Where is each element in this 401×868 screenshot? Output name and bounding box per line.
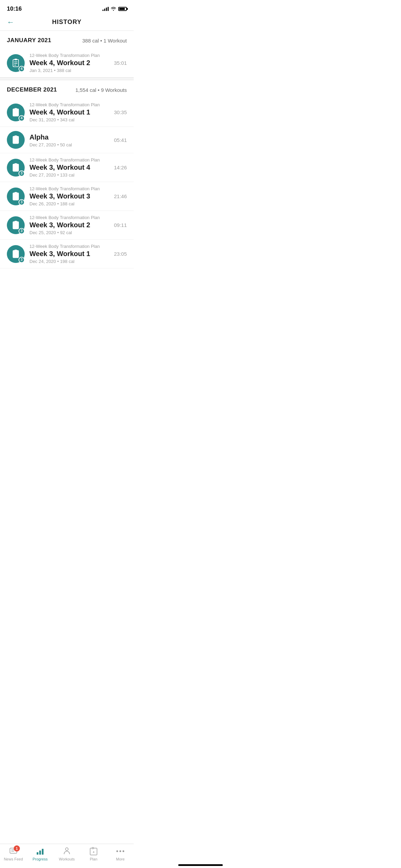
week-badge: 4 [19,66,25,72]
clipboard-icon [11,220,21,230]
workout-duration: 30:35 [114,109,127,115]
workout-item-dec-w3-w3[interactable]: 3 12-Week Body Transformation Plan Week … [0,182,134,211]
workout-meta: Dec 31, 2020 • 343 cal [29,117,110,122]
svg-rect-31 [13,250,19,257]
status-time: 10:16 [7,5,22,12]
clipboard-icon [11,58,21,68]
workout-date: Dec 26, 2020 [29,201,56,206]
workout-plan: 12-Week Body Transformation Plan [29,215,110,220]
workout-icon-dec-w3-w4: 3 [7,159,25,177]
svg-rect-22 [15,192,17,194]
workout-item-jan-w4-w2[interactable]: 4 12-Week Body Transformation Plan Week … [0,49,134,77]
svg-rect-6 [15,108,17,110]
month-header-december: DECEMBER 2021 1,554 cal • 9 Workouts [0,80,134,98]
workout-calories: 188 cal [60,201,74,206]
svg-rect-26 [13,221,19,229]
workout-meta: Dec 26, 2020 • 188 cal [29,201,110,206]
section-divider [0,77,134,80]
workout-meta: Dec 27, 2020 • 50 cal [29,142,110,147]
svg-rect-21 [13,193,19,200]
week-badge: 3 [19,199,25,205]
workout-duration: 35:01 [114,60,127,66]
svg-rect-0 [13,59,19,67]
workout-item-dec-w3-w4[interactable]: 3 12-Week Body Transformation Plan Week … [0,153,134,182]
workout-name: Week 3, Workout 1 [29,250,110,258]
workout-details-dec-w3-w3: 12-Week Body Transformation Plan Week 3,… [29,186,110,206]
svg-rect-17 [15,163,17,165]
wifi-icon [111,7,116,11]
battery-icon [118,7,127,11]
workout-duration: 05:41 [114,137,127,143]
month-title-december: DECEMBER 2021 [7,86,57,93]
workout-details-dec-w4-w1: 12-Week Body Transformation Plan Week 4,… [29,102,110,122]
workout-name: Week 4, Workout 1 [29,108,110,116]
workout-icon-alpha [7,131,25,149]
svg-rect-32 [15,250,17,251]
status-bar: 10:16 [0,0,134,15]
section-december-2020: DECEMBER 2021 1,554 cal • 9 Workouts 4 1… [0,80,134,268]
workout-date: Dec 31, 2020 [29,117,56,122]
workout-meta: Dec 27, 2020 • 133 cal [29,172,110,178]
week-badge: 4 [19,115,25,121]
workout-details: 12-Week Body Transformation Plan Week 4,… [29,53,110,73]
workout-meta: Jan 3, 2021 • 388 cal [29,68,110,73]
clipboard-icon [11,163,21,172]
workout-date: Dec 24, 2020 [29,259,56,264]
workout-name: Week 3, Workout 3 [29,192,110,200]
workout-icon-dec-w3-w2: 3 [7,216,25,234]
svg-rect-1 [15,59,17,60]
workout-calories: 92 cal [60,230,72,235]
workout-calories: 198 cal [60,259,74,264]
week-badge: 3 [19,228,25,234]
workout-name: Alpha [29,133,110,141]
workout-plan: 12-Week Body Transformation Plan [29,53,110,58]
workout-icon: 4 [7,54,25,72]
workout-name: Week 4, Workout 2 [29,59,110,67]
workout-item-dec-w3-w2[interactable]: 3 12-Week Body Transformation Plan Week … [0,211,134,240]
clipboard-icon [11,108,21,117]
workout-item-dec-w4-w1[interactable]: 4 12-Week Body Transformation Plan Week … [0,98,134,127]
workout-plan: 12-Week Body Transformation Plan [29,244,110,249]
week-badge: 3 [19,257,25,263]
workout-icon-dec-w3-w3: 3 [7,188,25,205]
workout-date: Jan 3, 2021 [29,68,53,73]
svg-rect-16 [13,164,19,171]
workout-item-dec-w3-w1[interactable]: 3 12-Week Body Transformation Plan Week … [0,240,134,268]
workout-duration: 14:26 [114,165,127,170]
month-title-january: JANUARY 2021 [7,37,51,44]
content-scroll: JANUARY 2021 388 cal • 1 Workout 4 12-We… [0,31,134,299]
workout-meta: Dec 25, 2020 • 92 cal [29,230,110,235]
svg-rect-5 [13,109,19,116]
workout-calories: 133 cal [60,172,74,178]
workout-duration: 23:05 [114,251,127,257]
workout-calories: 343 cal [60,117,74,122]
workout-name: Week 3, Workout 4 [29,164,110,171]
svg-rect-27 [15,221,17,222]
signal-icon [102,7,109,11]
workout-plan: 12-Week Body Transformation Plan [29,102,110,107]
clipboard-list-icon [11,135,21,145]
workout-plan: 12-Week Body Transformation Plan [29,186,110,191]
header: ← HISTORY [0,15,134,31]
workout-icon-dec-w3-w1: 3 [7,245,25,263]
workout-duration: 09:11 [114,222,127,228]
workout-icon-dec-w4-w1: 4 [7,104,25,121]
clipboard-icon [11,249,21,259]
clipboard-icon [11,192,21,201]
month-stats-january: 388 cal • 1 Workout [82,38,127,44]
workout-calories: 50 cal [60,142,72,147]
workout-date: Dec 25, 2020 [29,230,56,235]
page-title: HISTORY [52,19,82,26]
workout-meta: Dec 24, 2020 • 198 cal [29,259,110,264]
section-january-2021: JANUARY 2021 388 cal • 1 Workout 4 12-We… [0,31,134,77]
status-icons [102,7,127,11]
svg-rect-11 [15,135,17,137]
back-button[interactable]: ← [7,18,14,27]
workout-item-alpha[interactable]: Alpha Dec 27, 2020 • 50 cal 05:41 [0,127,134,153]
workout-details-dec-w3-w1: 12-Week Body Transformation Plan Week 3,… [29,244,110,264]
workout-duration: 21:46 [114,193,127,199]
workout-date: Dec 27, 2020 [29,172,56,178]
workout-details-dec-w3-w4: 12-Week Body Transformation Plan Week 3,… [29,157,110,178]
week-badge: 3 [19,170,25,177]
workout-calories: 388 cal [57,68,71,73]
